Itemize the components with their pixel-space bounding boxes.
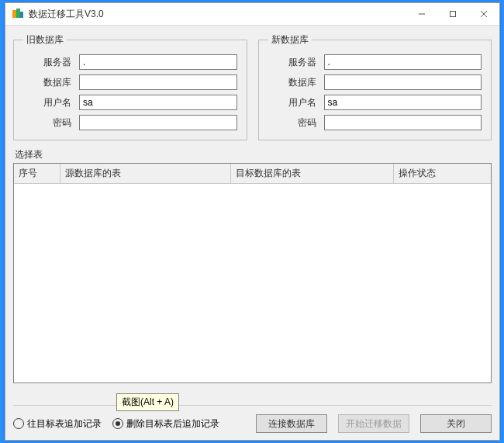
old-password-input[interactable] <box>79 115 237 130</box>
screenshot-tooltip: 截图(Alt + A) <box>116 393 179 411</box>
old-db-group: 旧数据库 服务器 数据库 用户名 密码 <box>13 33 247 140</box>
titlebar: 数据迁移工具V3.0 <box>5 3 499 26</box>
svg-rect-1 <box>16 9 20 18</box>
new-server-label: 服务器 <box>268 56 316 69</box>
minimize-button[interactable] <box>406 3 437 25</box>
close-button[interactable]: 关闭 <box>420 414 492 433</box>
window-title: 数据迁移工具V3.0 <box>29 8 406 21</box>
new-password-input[interactable] <box>324 115 482 130</box>
col-dst-header[interactable]: 目标数据库的表 <box>231 164 394 183</box>
radio-replace-label: 删除目标表后追加记录 <box>126 417 219 431</box>
radio-append[interactable]: 往目标表追加记录 <box>13 417 102 431</box>
col-seq-header[interactable]: 序号 <box>14 164 60 183</box>
old-user-label: 用户名 <box>23 96 71 109</box>
new-database-label: 数据库 <box>268 76 316 89</box>
new-password-label: 密码 <box>268 116 316 130</box>
start-migrate-button: 开始迁移数据 <box>338 414 409 433</box>
maximize-button[interactable] <box>437 3 468 25</box>
app-icon <box>12 8 24 20</box>
table-header: 序号 源数据库的表 目标数据库的表 操作状态 <box>14 164 491 184</box>
new-server-input[interactable] <box>324 54 482 70</box>
svg-rect-4 <box>450 12 456 17</box>
old-server-label: 服务器 <box>23 56 71 69</box>
new-user-label: 用户名 <box>268 96 316 109</box>
close-window-button[interactable] <box>468 3 499 25</box>
radio-replace[interactable]: 删除目标表后追加记录 <box>112 417 219 431</box>
table-grid[interactable]: 序号 源数据库的表 目标数据库的表 操作状态 <box>13 163 492 383</box>
col-status-header[interactable]: 操作状态 <box>394 164 491 183</box>
new-db-group: 新数据库 服务器 数据库 用户名 密码 <box>258 33 492 140</box>
radio-icon <box>13 418 24 429</box>
old-server-input[interactable] <box>79 54 237 70</box>
svg-rect-2 <box>20 12 23 18</box>
old-database-input[interactable] <box>79 74 237 90</box>
main-window: 数据迁移工具V3.0 旧数据库 服务器 <box>5 2 500 441</box>
connect-db-button[interactable]: 连接数据库 <box>256 414 327 433</box>
radio-icon <box>112 418 123 429</box>
old-user-input[interactable] <box>79 95 237 110</box>
radio-append-label: 往目标表追加记录 <box>27 417 102 431</box>
col-src-header[interactable]: 源数据库的表 <box>60 164 231 183</box>
old-db-legend: 旧数据库 <box>23 33 67 47</box>
select-table-title: 选择表 <box>15 148 492 161</box>
new-db-legend: 新数据库 <box>268 33 312 47</box>
table-body <box>14 184 491 381</box>
bottom-bar: 往目标表追加记录 删除目标表后追加记录 连接数据库 开始迁移数据 关闭 <box>13 405 492 435</box>
svg-rect-0 <box>12 10 16 18</box>
old-database-label: 数据库 <box>23 76 71 89</box>
new-database-input[interactable] <box>324 74 482 90</box>
old-password-label: 密码 <box>23 116 71 130</box>
new-user-input[interactable] <box>324 95 482 110</box>
